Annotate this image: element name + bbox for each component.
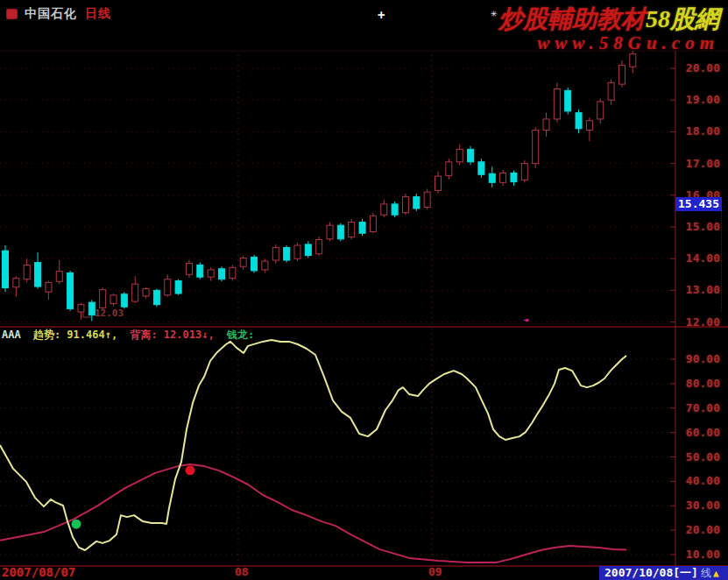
chart-canvas (0, 0, 728, 580)
candle-up (78, 305, 84, 312)
line-mode-label: 线 (701, 566, 711, 580)
up-triangle-icon: ▲ (713, 568, 719, 579)
buy-signal-dot (72, 520, 81, 529)
candle-up (586, 121, 592, 131)
candle-down (392, 204, 398, 215)
indicator-qianlong-label: 钱龙: (227, 329, 254, 341)
candle-up (230, 267, 236, 278)
candle-up (533, 131, 539, 164)
current-date-bar: 2007/10/08[一] 线 ▲ (599, 566, 728, 580)
indicator-axis-label: 70.00 (678, 401, 720, 414)
divergence-line (0, 464, 626, 562)
candle-down (153, 290, 159, 304)
indicator-axis-label: 10.00 (678, 548, 720, 561)
candle-up (24, 265, 30, 279)
indicator-name: AAA (2, 329, 21, 341)
candle-down (413, 197, 420, 209)
candle-up (110, 295, 117, 304)
candle-up (554, 89, 560, 119)
indicator-trend-value: 趋势: 91.464↑, (33, 329, 117, 341)
candle-up (608, 82, 614, 100)
candle-up (316, 239, 322, 253)
candle-up (143, 289, 149, 296)
price-axis-label: 14.00 (678, 251, 720, 265)
candle-up (262, 261, 268, 270)
candle-down (121, 294, 127, 307)
indicator-axis-label: 90.00 (678, 352, 720, 365)
candle-up (294, 245, 300, 258)
sell-signal-dot (186, 465, 195, 475)
current-price-tag: 15.435 (675, 197, 722, 211)
candle-up (597, 102, 604, 119)
candle-up (381, 204, 387, 215)
month-label: 09 (428, 565, 442, 578)
candle-up (240, 258, 246, 266)
price-axis-label: 13.00 (678, 283, 720, 296)
candle-up (186, 264, 192, 275)
candle-down (305, 244, 311, 256)
candle-down (359, 223, 365, 234)
candle-up (327, 225, 333, 239)
candle-down (511, 173, 517, 181)
candle-down (478, 162, 484, 174)
candle-up (56, 272, 62, 282)
price-axis-label: 18.00 (678, 124, 720, 138)
candle-up (272, 248, 279, 260)
candle-down (489, 173, 495, 182)
candle-down (565, 90, 571, 111)
candle-up (165, 279, 171, 295)
end-date-label: 2007/10/08[一] (604, 565, 698, 580)
indicator-axis-label: 40.00 (678, 474, 720, 487)
indicator-axis-label: 50.00 (678, 450, 720, 463)
candle-up (446, 162, 452, 176)
candle-down (576, 113, 582, 129)
candle-up (13, 279, 19, 287)
candle-up (100, 290, 106, 308)
candle-down (468, 149, 474, 161)
candle-down (197, 265, 203, 277)
price-axis-label: 15.00 (678, 220, 720, 233)
candle-down (219, 269, 225, 279)
candle-down (67, 272, 74, 308)
price-axis-label: 12.00 (678, 315, 720, 329)
indicator-axis-label: 80.00 (678, 377, 720, 390)
candle-up (370, 216, 376, 231)
indicator-axis-label: 20.00 (678, 523, 720, 536)
candle-down (337, 225, 343, 239)
price-axis-label: 19.00 (678, 93, 720, 106)
candle-down (35, 263, 41, 287)
scroll-left-arrow-icon[interactable]: ◄ (523, 315, 528, 324)
price-axis-label: 20.00 (678, 61, 720, 74)
month-label: 08 (235, 565, 249, 578)
candle-up (435, 176, 442, 190)
candle-down (3, 251, 9, 287)
indicator-axis-label: 60.00 (678, 426, 720, 439)
candle-up (132, 284, 138, 301)
start-date-label: 2007/08/07 (2, 565, 75, 579)
low-marker-label: 12.03 (95, 308, 124, 319)
candle-up (618, 65, 625, 84)
candle-up (500, 173, 506, 182)
candle-up (543, 119, 549, 131)
candle-down (284, 248, 290, 260)
candle-up (521, 164, 527, 180)
indicator-header: AAA 趋势: 91.464↑, 背离: 12.013↓, 钱龙: (2, 328, 260, 343)
candle-up (349, 223, 355, 237)
candle-up (630, 54, 636, 67)
right-margin-marker (721, 200, 722, 312)
candle-up (456, 149, 463, 161)
candle-down (175, 281, 181, 294)
candle-up (402, 197, 408, 213)
candle-up (208, 270, 214, 277)
indicator-axis-label: 30.00 (678, 499, 720, 512)
indicator-divergence-value: 背离: 12.013↓, (130, 329, 214, 341)
candle-up (46, 282, 52, 292)
candle-up (424, 192, 430, 207)
candle-down (251, 257, 258, 271)
price-axis-label: 17.00 (678, 157, 720, 170)
